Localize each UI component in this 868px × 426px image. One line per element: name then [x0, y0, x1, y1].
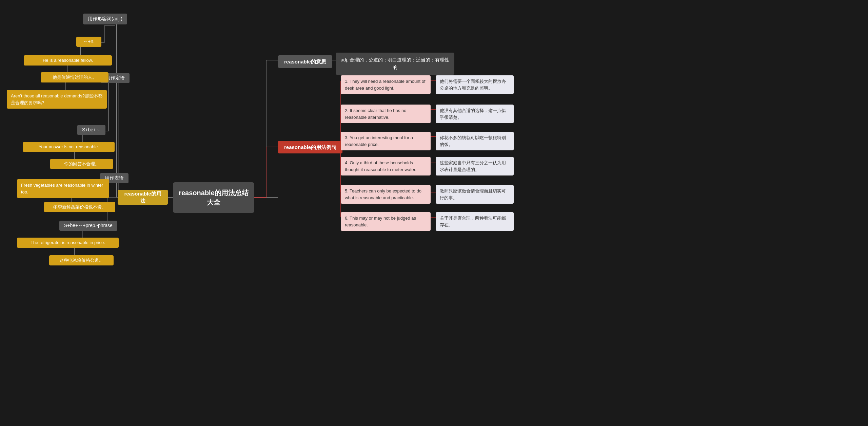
refrigerator-zh-node: 这种电冰箱价格公道。: [49, 255, 114, 265]
ex1-en-node: 1. They will need a reasonable amount of…: [341, 75, 431, 94]
fellow-en-node: He is a reasonable fellow.: [24, 55, 112, 66]
fresh-veg-zh-label: 冬季新鲜蔬菜价格也不贵。: [53, 204, 106, 210]
ex3-zh-node: 你花不多的钱就可以吃一顿很特别的饭。: [436, 132, 514, 150]
def-label: 用作定语: [106, 75, 125, 81]
sbe-prep-label: S+be+～+prep.-phrase: [64, 222, 113, 229]
left-main-node: reasonable的用法: [118, 190, 168, 205]
not-reasonable-label: Your answer is not reasonable.: [39, 144, 99, 150]
ex1-en-label: 1. They will need a reasonable amount of…: [345, 78, 427, 91]
sbe-node: S+be+～: [77, 125, 105, 135]
meaning-content-node: adj. 合理的，公道的；明白道理的；适当的；有理性的: [336, 53, 454, 75]
fresh-veg-node: Fresh vegetables are reasonable in winte…: [17, 179, 109, 198]
ex1-zh-node: 他们将需要一个面积较大的摆放办公桌的地方和充足的照明。: [436, 75, 514, 94]
ex4-en-node: 4. Only a third of these households thou…: [341, 157, 431, 175]
ex3-en-label: 3. You get an interesting meal for a rea…: [345, 134, 427, 148]
refrigerator-node: The refrigerator is reasonable in price.: [17, 238, 119, 248]
fellow-zh-node: 他是位通情达理的人。: [41, 72, 108, 82]
ex3-zh-label: 你花不多的钱就可以吃一顿很特别的饭。: [440, 134, 510, 148]
plus-n-label: ～+n.: [83, 38, 95, 45]
refrigerator-zh-label: 这种电冰箱价格公道。: [59, 257, 103, 263]
not-reasonable-node: Your answer is not reasonable.: [23, 142, 115, 152]
ex6-zh-node: 关于其是否合理，两种看法可能都存在。: [436, 212, 514, 231]
examples-header-label: reasonable的用法例句: [284, 144, 336, 151]
center-node: reasonable的用法总结大全: [173, 182, 254, 213]
ex6-en-label: 6. This may or may not be judged as reas…: [345, 215, 427, 228]
adj-label: 用作形容词(adj.): [88, 16, 122, 22]
not-reasonable-zh-node: 你的回答不合理。: [50, 159, 113, 169]
meaning-header-node: reasonable的意思: [278, 55, 332, 68]
sbe-prep-node: S+be+～+prep.-phrase: [59, 221, 117, 231]
ex4-en-label: 4. Only a third of these households thou…: [345, 160, 427, 173]
meaning-content-label: adj. 合理的，公道的；明白道理的；适当的；有理性的: [340, 56, 450, 71]
ex4-zh-label: 这些家庭当中只有三分之一认为用水表计量是合理的。: [440, 160, 510, 173]
fellow-en-label: He is a reasonable fellow.: [43, 57, 93, 63]
fresh-veg-label: Fresh vegetables are reasonable in winte…: [21, 182, 105, 195]
ex2-zh-node: 他没有其他合适的选择，这一点似乎很清楚。: [436, 105, 514, 123]
ex1-zh-label: 他们将需要一个面积较大的摆放办公桌的地方和充足的照明。: [440, 78, 510, 91]
center-label: reasonable的用法总结大全: [177, 188, 250, 207]
ex4-zh-node: 这些家庭当中只有三分之一认为用水表计量是合理的。: [436, 157, 514, 175]
examples-header-node: reasonable的用法例句: [278, 141, 342, 153]
ex2-en-label: 2. It seems clear that he has no reasona…: [345, 107, 427, 121]
ex5-en-label: 5. Teachers can only be expected to do w…: [345, 188, 427, 201]
ex5-zh-label: 教师只应该做合情合理而且切实可行的事。: [440, 188, 510, 201]
ex6-en-node: 6. This may or may not be judged as reas…: [341, 212, 431, 231]
demands-label: Aren't those all reasonable demands?那些不都…: [11, 93, 103, 106]
demands-node: Aren't those all reasonable demands?那些不都…: [7, 90, 107, 109]
ex5-zh-node: 教师只应该做合情合理而且切实可行的事。: [436, 185, 514, 204]
ex6-zh-label: 关于其是否合理，两种看法可能都存在。: [440, 215, 510, 228]
ex2-en-node: 2. It seems clear that he has no reasona…: [341, 105, 431, 123]
not-reasonable-zh-label: 你的回答不合理。: [64, 161, 99, 167]
ex3-en-node: 3. You get an interesting meal for a rea…: [341, 132, 431, 150]
ex2-zh-label: 他没有其他合适的选择，这一点似乎很清楚。: [440, 107, 510, 121]
fresh-veg-zh-node: 冬季新鲜蔬菜价格也不贵。: [44, 202, 115, 212]
sbe-label: S+be+～: [82, 127, 101, 133]
ex5-en-node: 5. Teachers can only be expected to do w…: [341, 185, 431, 204]
left-main-label: reasonable的用法: [122, 190, 164, 204]
meaning-header-label: reasonable的意思: [284, 58, 326, 65]
fellow-zh-label: 他是位通情达理的人。: [53, 74, 97, 80]
refrigerator-label: The refrigerator is reasonable in price.: [31, 240, 105, 246]
adj-node: 用作形容词(adj.): [83, 14, 127, 24]
plus-n-node: ～+n.: [76, 37, 101, 47]
